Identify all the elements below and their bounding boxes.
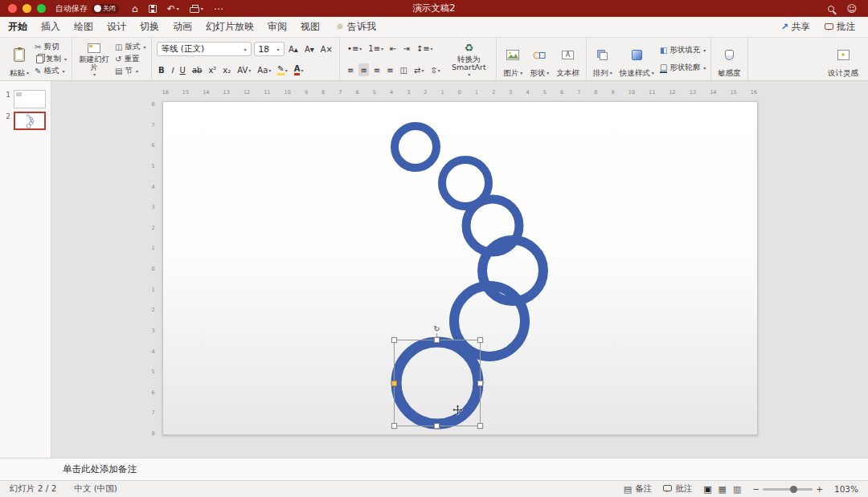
zoom-in-button[interactable]: + — [816, 484, 823, 494]
clear-formatting-button[interactable]: A× — [318, 43, 334, 55]
slide-1-preview[interactable] — [14, 90, 46, 108]
zoom-percent[interactable]: 103% — [834, 484, 858, 494]
shapes-button[interactable]: 形状▾ — [528, 40, 551, 78]
zoom-slider-knob[interactable] — [790, 486, 797, 493]
zoom-out-button[interactable]: − — [752, 484, 760, 494]
tab-home[interactable]: 开始 — [8, 20, 27, 34]
language-button[interactable]: 中文 (中国) — [74, 483, 117, 495]
layout-button[interactable]: ◫版式▾ — [115, 41, 145, 53]
align-right-button[interactable]: ≡ — [371, 63, 382, 76]
cut-button[interactable]: ✂剪切 — [35, 41, 67, 53]
font-color-button[interactable]: A▾ — [292, 63, 305, 76]
new-slide-button[interactable]: 新建幻灯片▾ — [77, 40, 111, 78]
columns-button[interactable]: ◫ — [398, 63, 409, 76]
resize-handle-s[interactable] — [434, 423, 440, 429]
tab-design[interactable]: 设计 — [107, 20, 126, 34]
share-button[interactable]: ↗ 共享 — [781, 21, 810, 33]
sensitivity-button[interactable]: 敏感度 — [716, 40, 743, 78]
resize-handle-n[interactable] — [434, 337, 440, 343]
selection-box[interactable]: ↻ — [394, 340, 481, 426]
vertical-ruler[interactable]: 87654321012345678 — [149, 101, 158, 437]
zoom-window-button[interactable] — [37, 4, 46, 13]
feedback-button[interactable]: ☺ — [846, 3, 857, 14]
comments-toggle-button[interactable]: 批注 — [663, 483, 692, 495]
strikethrough-button[interactable]: ab — [190, 63, 203, 76]
tab-animations[interactable]: 动画 — [173, 20, 192, 34]
bold-button[interactable]: B — [157, 63, 167, 76]
arrange-button[interactable]: 排列▾ — [592, 40, 614, 78]
adjust-handle[interactable] — [391, 381, 397, 386]
subscript-button[interactable]: x₂ — [221, 63, 233, 76]
section-button[interactable]: ▤节▾ — [115, 65, 145, 77]
align-left-button[interactable]: ≡ — [345, 63, 355, 76]
quick-styles-button[interactable]: 快速样式▾ — [618, 40, 656, 78]
shape-fill-button[interactable]: ◧形状填充▾ — [660, 44, 706, 56]
resize-handle-sw[interactable] — [391, 423, 397, 429]
textbox-button[interactable]: A 文本框 — [555, 40, 581, 78]
tab-transitions[interactable]: 切换 — [140, 20, 159, 34]
normal-view-button[interactable]: ▣ — [703, 484, 711, 495]
text-direction-button[interactable]: ⇄▾ — [412, 63, 426, 76]
slide-sorter-view-button[interactable]: ▦ — [719, 484, 727, 495]
reset-button[interactable]: ↺重置 — [115, 53, 145, 65]
align-center-button[interactable]: ≡ — [358, 63, 369, 76]
tab-draw[interactable]: 绘图 — [74, 20, 93, 34]
tab-slideshow[interactable]: 幻灯片放映 — [206, 20, 254, 34]
design-ideas-button[interactable]: ✦ 设计灵感 — [826, 40, 860, 78]
notes-toggle-button[interactable]: ▤ 备注 — [624, 483, 652, 495]
more-commands-button[interactable]: ⋯ — [214, 3, 223, 14]
slide-thumbnail-1[interactable]: 1 — [0, 88, 51, 110]
slide-thumbnail-2[interactable]: 2 — [0, 110, 51, 132]
rotate-handle[interactable]: ↻ — [432, 324, 442, 334]
italic-button[interactable]: I — [169, 63, 175, 76]
paste-button[interactable]: 粘贴▾ — [8, 40, 31, 78]
comments-button[interactable]: 批注 — [825, 21, 855, 33]
justify-button[interactable]: ≡ — [385, 63, 395, 76]
tab-review[interactable]: 审阅 — [268, 20, 287, 34]
align-text-button[interactable]: ⇳▾ — [428, 63, 442, 76]
bullets-button[interactable]: •≡▾ — [345, 42, 363, 55]
tab-insert[interactable]: 插入 — [41, 20, 60, 34]
superscript-button[interactable]: x² — [207, 63, 219, 76]
increase-font-button[interactable]: A▴ — [287, 43, 301, 55]
autosave-toggle[interactable]: 关闭 — [92, 4, 119, 14]
save-button[interactable] — [149, 5, 157, 13]
underline-button[interactable]: U — [178, 63, 187, 76]
horizontal-ruler[interactable]: 1615141312111098765432101234567891011121… — [162, 86, 758, 99]
zoom-slider[interactable] — [763, 488, 813, 491]
line-spacing-button[interactable]: ↕≡▾ — [414, 42, 435, 55]
resize-handle-e[interactable] — [477, 381, 483, 386]
tell-me-button[interactable]: ☼ 告诉我 — [336, 20, 376, 34]
print-button[interactable]: ▾ — [190, 5, 203, 13]
numbering-button[interactable]: 1≡▾ — [366, 42, 386, 55]
home-button[interactable]: ⌂ — [132, 3, 138, 14]
notes-placeholder[interactable]: 单击此处添加备注 — [63, 463, 137, 475]
resize-handle-nw[interactable] — [391, 337, 397, 343]
slide[interactable]: ↻ — [162, 101, 758, 435]
change-case-button[interactable]: Aa▾ — [256, 63, 273, 76]
close-window-button[interactable] — [8, 4, 17, 13]
decrease-font-button[interactable]: A▾ — [302, 43, 316, 55]
character-spacing-button[interactable]: AV▾ — [235, 63, 253, 76]
shape-outline-button[interactable]: □形状轮廓▾ — [660, 62, 706, 74]
text-highlight-button[interactable]: ✎▾ — [276, 63, 289, 76]
convert-to-smartart-button[interactable]: ♻ 转换为SmartArt▾ — [446, 40, 491, 78]
picture-button[interactable]: 图片▾ — [502, 40, 524, 78]
shape-circle[interactable] — [395, 126, 436, 168]
tab-view[interactable]: 视图 — [301, 20, 320, 34]
slide-2-preview[interactable] — [14, 112, 46, 130]
reading-view-button[interactable]: ▥ — [733, 484, 741, 495]
sensitivity-group: 敏感度 — [711, 38, 748, 80]
undo-button[interactable]: ↶ ▾ — [167, 3, 179, 14]
font-name-combobox[interactable]: 等线 (正文)▾ — [157, 42, 252, 56]
minimize-window-button[interactable] — [23, 4, 31, 13]
font-size-combobox[interactable]: 18▾ — [254, 42, 285, 56]
format-painter-button[interactable]: ✎格式▾ — [35, 65, 67, 77]
search-button[interactable] — [828, 6, 834, 12]
decrease-indent-button[interactable]: ⇤ — [388, 42, 399, 55]
notes-pane[interactable]: 单击此处添加备注 — [0, 458, 868, 480]
resize-handle-se[interactable] — [477, 423, 483, 429]
resize-handle-ne[interactable] — [477, 337, 483, 343]
increase-indent-button[interactable]: ⇥ — [401, 42, 411, 55]
copy-button[interactable]: 复制▾ — [35, 53, 67, 65]
